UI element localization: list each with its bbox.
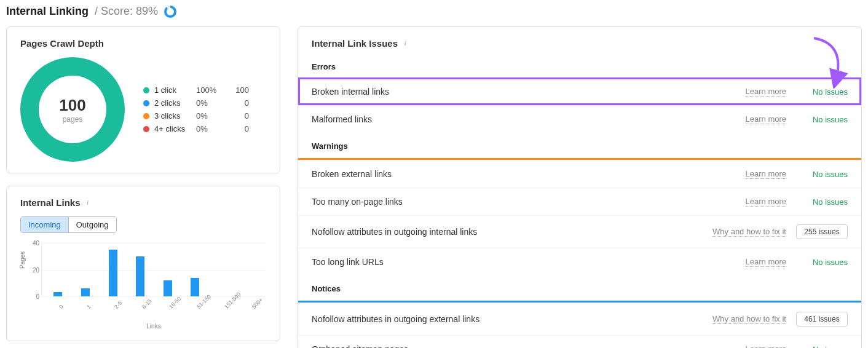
- issue-name: Broken external links: [312, 169, 736, 179]
- issue-status: No issues: [796, 115, 848, 124]
- issue-status: No issues: [796, 87, 848, 97]
- legend-row[interactable]: 1 click100%100: [143, 85, 249, 95]
- page-header: Internal Linking / Score: 89%: [6, 5, 862, 18]
- legend-dot-icon: [143, 126, 149, 132]
- legend-pct: 0%: [196, 124, 224, 133]
- issue-learn-more-link[interactable]: Learn more: [746, 87, 786, 97]
- crawl-depth-card: Pages Crawl Depth 100 pages 1 click100%1…: [6, 26, 280, 173]
- issue-status: No issues: [796, 345, 848, 349]
- legend-label: 3 clicks: [154, 111, 194, 121]
- internal-links-chart: Pages 02040 012-56-1516-5051-150151-5005…: [20, 240, 266, 320]
- issue-name: Orphaned sitemap pages: [312, 344, 736, 348]
- chart-bar[interactable]: [136, 256, 144, 296]
- chart-xtick: 151-500: [223, 299, 234, 310]
- issue-learn-more-link[interactable]: Learn more: [746, 169, 786, 179]
- chart-bar[interactable]: [81, 288, 90, 296]
- legend-dot-icon: [143, 100, 149, 106]
- issue-row: Too long link URLsLearn moreNo issues: [298, 248, 861, 275]
- chart-xtick: 51-150: [195, 299, 206, 310]
- issue-row: Orphaned sitemap pagesLearn moreNo issue…: [298, 335, 861, 348]
- issue-status: No issues: [796, 258, 848, 267]
- issue-name: Malformed links: [312, 114, 736, 124]
- issue-name: Nofollow attributes in outgoing internal…: [312, 227, 703, 237]
- issue-name: Too many on-page links: [312, 197, 736, 207]
- issue-row: Malformed linksLearn moreNo issues: [298, 105, 861, 133]
- chart-xtick: 0: [58, 299, 68, 310]
- issue-name: Too long link URLs: [312, 257, 736, 267]
- issue-row: Broken external linksLearn moreNo issues: [298, 160, 861, 188]
- tab-incoming[interactable]: Incoming: [21, 217, 68, 232]
- issue-row: Too many on-page linksLearn moreNo issue…: [298, 188, 861, 215]
- issues-section-label: Errors: [298, 53, 861, 77]
- legend-row[interactable]: 2 clicks0%0: [143, 98, 249, 108]
- info-icon[interactable]: i: [84, 199, 92, 207]
- issue-learn-more-link[interactable]: Why and how to fix it: [712, 227, 786, 237]
- internal-links-card: Internal Links i Incoming Outgoing Pages…: [6, 186, 280, 341]
- crawl-depth-total-label: pages: [63, 115, 83, 124]
- score-prefix: / Score:: [95, 5, 136, 17]
- issue-status-button[interactable]: 461 issues: [796, 312, 848, 326]
- issue-status: No issues: [796, 170, 848, 179]
- issue-learn-more-link[interactable]: Learn more: [746, 197, 786, 207]
- page-score: / Score: 89%: [95, 5, 158, 18]
- internal-links-tabs: Incoming Outgoing: [20, 216, 117, 233]
- chart-xtick: 1: [85, 299, 96, 310]
- legend-pct: 100%: [196, 85, 224, 95]
- issues-card: Internal Link Issues i ErrorsBroken inte…: [298, 26, 862, 348]
- chart-xtick: 16-50: [168, 299, 178, 310]
- issue-status: No issues: [796, 197, 848, 207]
- crawl-depth-donut: 100 pages: [20, 57, 125, 162]
- chart-ytick: 40: [25, 240, 39, 247]
- score-donut-icon: [164, 6, 176, 18]
- tab-outgoing[interactable]: Outgoing: [68, 217, 116, 232]
- legend-label: 4+ clicks: [154, 124, 194, 133]
- legend-row[interactable]: 4+ clicks0%0: [143, 124, 249, 133]
- legend-label: 2 clicks: [154, 98, 194, 108]
- issue-name: Nofollow attributes in outgoing external…: [312, 314, 703, 324]
- legend-row[interactable]: 3 clicks0%0: [143, 111, 249, 121]
- legend-count: 100: [227, 85, 249, 95]
- chart-bar[interactable]: [109, 250, 117, 296]
- issue-learn-more-link[interactable]: Learn more: [746, 114, 786, 124]
- chart-ytick: 20: [25, 266, 39, 273]
- legend-dot-icon: [143, 113, 149, 119]
- legend-count: 0: [227, 111, 249, 121]
- crawl-depth-legend: 1 click100%1002 clicks0%03 clicks0%04+ c…: [143, 82, 249, 137]
- issue-learn-more-link[interactable]: Why and how to fix it: [712, 314, 786, 324]
- issues-title: Internal Link Issues: [312, 38, 398, 49]
- issue-name: Broken internal links: [312, 87, 736, 97]
- legend-label: 1 click: [154, 85, 194, 95]
- crawl-depth-total: 100: [59, 96, 85, 115]
- issue-row: Broken internal linksLearn moreNo issues: [298, 77, 861, 105]
- page-title: Internal Linking: [6, 5, 89, 18]
- chart-x-label: Links: [20, 323, 266, 330]
- chart-xtick: 2-5: [113, 299, 124, 310]
- chart-bar[interactable]: [191, 278, 199, 296]
- issue-status-button[interactable]: 255 issues: [796, 224, 848, 239]
- issues-section-label: Warnings: [298, 133, 861, 157]
- legend-count: 0: [227, 98, 249, 108]
- crawl-depth-title: Pages Crawl Depth: [20, 38, 266, 49]
- chart-bar[interactable]: [164, 280, 172, 296]
- issues-section-label: Notices: [298, 275, 861, 299]
- issue-learn-more-link[interactable]: Learn more: [746, 257, 786, 267]
- chart-xtick: 6-15: [141, 299, 151, 310]
- issue-row: Nofollow attributes in outgoing external…: [298, 303, 861, 335]
- issue-row: Nofollow attributes in outgoing internal…: [298, 215, 861, 248]
- chart-bar[interactable]: [53, 292, 62, 296]
- score-value: 89%: [136, 5, 158, 17]
- internal-links-title: Internal Links: [20, 197, 81, 208]
- info-icon[interactable]: i: [401, 40, 409, 47]
- legend-count: 0: [227, 124, 249, 133]
- legend-dot-icon: [143, 87, 149, 93]
- chart-xtick: 500+: [251, 299, 261, 310]
- issue-learn-more-link[interactable]: Learn more: [746, 344, 786, 348]
- legend-pct: 0%: [196, 98, 224, 108]
- legend-pct: 0%: [196, 111, 224, 121]
- chart-ytick: 0: [25, 293, 39, 300]
